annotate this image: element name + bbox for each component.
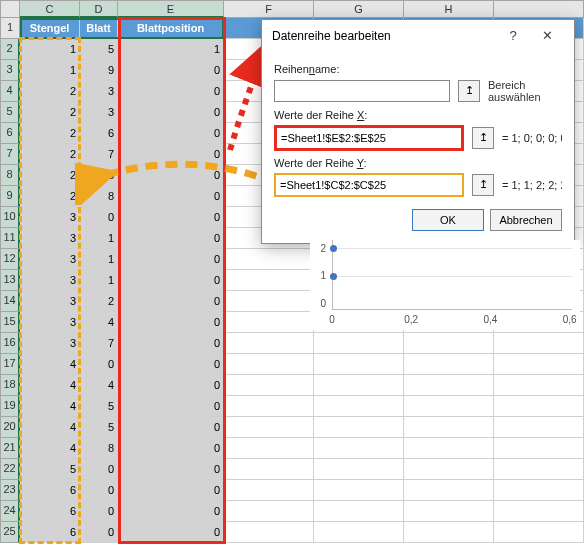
cell[interactable] (314, 417, 404, 438)
row-header[interactable]: 10 (0, 207, 20, 228)
cell[interactable] (404, 396, 494, 417)
cell[interactable] (494, 417, 584, 438)
cell[interactable] (494, 396, 584, 417)
cell[interactable] (494, 522, 584, 543)
cell[interactable]: 5 (80, 396, 118, 417)
cell[interactable]: 0 (118, 522, 224, 543)
row-header[interactable]: 8 (0, 165, 20, 186)
col-header-e[interactable]: E (118, 0, 224, 18)
cell[interactable]: 4 (20, 417, 80, 438)
cell[interactable] (494, 501, 584, 522)
cell[interactable] (404, 354, 494, 375)
cell[interactable]: 3 (20, 291, 80, 312)
cell[interactable]: 2 (20, 123, 80, 144)
cell[interactable]: 3 (80, 102, 118, 123)
cell[interactable] (494, 375, 584, 396)
cell[interactable] (404, 333, 494, 354)
cell[interactable]: 0 (118, 186, 224, 207)
cell[interactable]: 0 (118, 60, 224, 81)
cell[interactable] (404, 417, 494, 438)
cell[interactable] (404, 480, 494, 501)
cell[interactable]: 5 (20, 459, 80, 480)
cell[interactable] (224, 522, 314, 543)
cell[interactable] (314, 375, 404, 396)
cell[interactable]: 2 (20, 81, 80, 102)
cell[interactable] (404, 522, 494, 543)
cell[interactable]: 4 (20, 375, 80, 396)
cancel-button[interactable]: Abbrechen (490, 209, 562, 231)
cell[interactable] (224, 417, 314, 438)
cell[interactable]: 7 (80, 333, 118, 354)
cell[interactable]: 4 (80, 312, 118, 333)
cell[interactable]: 0 (80, 354, 118, 375)
row-header[interactable]: 21 (0, 438, 20, 459)
cell[interactable]: 0 (118, 249, 224, 270)
cell[interactable]: 1 (80, 249, 118, 270)
cell[interactable] (224, 249, 314, 270)
cell[interactable]: 5 (80, 39, 118, 60)
row-header[interactable]: 24 (0, 501, 20, 522)
cell[interactable]: Blattposition (118, 18, 224, 39)
series-y-input[interactable] (274, 173, 464, 197)
cell[interactable] (404, 501, 494, 522)
cell[interactable] (224, 459, 314, 480)
cell[interactable] (494, 438, 584, 459)
cell[interactable]: 6 (80, 123, 118, 144)
row-header[interactable]: 18 (0, 375, 20, 396)
row-header[interactable]: 14 (0, 291, 20, 312)
cell[interactable]: 0 (118, 375, 224, 396)
cell[interactable]: 6 (20, 522, 80, 543)
cell[interactable]: 1 (80, 228, 118, 249)
cell[interactable] (494, 354, 584, 375)
cell[interactable] (314, 354, 404, 375)
row-header[interactable]: 19 (0, 396, 20, 417)
help-icon[interactable]: ? (496, 28, 530, 43)
row-header[interactable]: 20 (0, 417, 20, 438)
row-header[interactable]: 5 (0, 102, 20, 123)
cell[interactable]: 0 (80, 501, 118, 522)
cell[interactable]: 0 (118, 291, 224, 312)
cell[interactable]: 3 (20, 207, 80, 228)
cell[interactable] (314, 501, 404, 522)
range-pick-name[interactable]: ↥ (458, 80, 480, 102)
row-header[interactable]: 7 (0, 144, 20, 165)
row-header[interactable]: 1 (0, 18, 20, 39)
range-pick-y[interactable]: ↥ (472, 174, 494, 196)
series-x-input[interactable] (274, 125, 464, 151)
row-header[interactable]: 12 (0, 249, 20, 270)
cell[interactable] (494, 480, 584, 501)
cell[interactable]: 2 (20, 102, 80, 123)
cell[interactable]: 6 (20, 501, 80, 522)
cell[interactable]: 0 (80, 480, 118, 501)
dialog-titlebar[interactable]: Datenreihe bearbeiten ? ✕ (262, 20, 574, 51)
cell[interactable]: 0 (118, 81, 224, 102)
select-all[interactable] (0, 0, 20, 18)
row-header[interactable]: 2 (0, 39, 20, 60)
cell[interactable]: 0 (118, 102, 224, 123)
cell[interactable]: 1 (20, 39, 80, 60)
cell[interactable] (494, 459, 584, 480)
cell[interactable]: Blatt (80, 18, 118, 39)
cell[interactable]: Stengel (20, 18, 80, 39)
cell[interactable] (224, 375, 314, 396)
cell[interactable]: 0 (80, 207, 118, 228)
cell[interactable] (314, 480, 404, 501)
col-header-d[interactable]: D (80, 0, 118, 18)
cell[interactable] (404, 438, 494, 459)
cell[interactable]: 3 (20, 270, 80, 291)
cell[interactable] (314, 459, 404, 480)
cell[interactable]: 0 (118, 438, 224, 459)
cell[interactable]: 1 (118, 39, 224, 60)
cell[interactable]: 4 (20, 354, 80, 375)
cell[interactable] (224, 270, 314, 291)
cell[interactable]: 0 (118, 144, 224, 165)
cell[interactable]: 0 (118, 480, 224, 501)
cell[interactable]: 3 (20, 249, 80, 270)
cell[interactable]: 0 (118, 207, 224, 228)
cell[interactable] (314, 333, 404, 354)
cell[interactable]: 2 (20, 186, 80, 207)
col-header-f[interactable]: F (224, 0, 314, 18)
row-header[interactable]: 3 (0, 60, 20, 81)
row-header[interactable]: 13 (0, 270, 20, 291)
cell[interactable] (224, 438, 314, 459)
